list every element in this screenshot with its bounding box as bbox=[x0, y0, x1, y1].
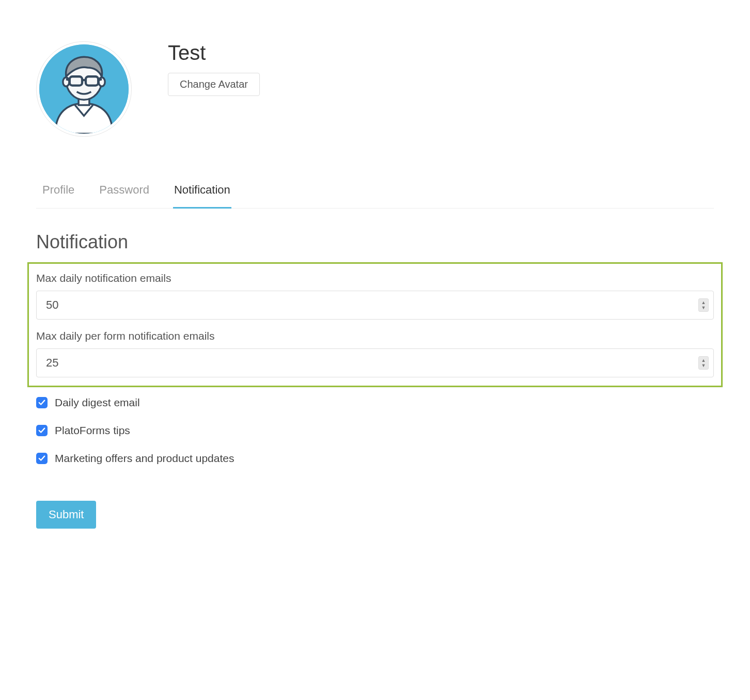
user-meta: Test Change Avatar bbox=[168, 41, 260, 96]
check-icon bbox=[38, 455, 45, 462]
checkbox-label: Daily digest email bbox=[55, 396, 140, 409]
field-max-daily-per-form: Max daily per form notification emails ▲… bbox=[36, 330, 714, 377]
settings-page: Test Change Avatar Profile Password Noti… bbox=[0, 0, 750, 591]
checkbox-row-marketing: Marketing offers and product updates bbox=[36, 452, 714, 465]
chevron-down-icon: ▼ bbox=[701, 306, 706, 310]
checkbox-label: PlatoForms tips bbox=[55, 424, 130, 437]
submit-button[interactable]: Submit bbox=[36, 501, 96, 529]
user-name: Test bbox=[168, 41, 260, 65]
stepper-icon[interactable]: ▲ ▼ bbox=[698, 298, 709, 312]
tab-password[interactable]: Password bbox=[98, 183, 150, 209]
section-title: Notification bbox=[36, 231, 714, 253]
stepper-icon[interactable]: ▲ ▼ bbox=[698, 356, 709, 370]
svg-line-8 bbox=[66, 79, 70, 80]
check-icon bbox=[38, 427, 45, 434]
avatar-person-icon bbox=[39, 44, 129, 134]
highlighted-fields-box: Max daily notification emails ▲ ▼ Max da… bbox=[27, 262, 723, 387]
max-daily-label: Max daily notification emails bbox=[36, 272, 714, 284]
avatar[interactable] bbox=[39, 44, 129, 134]
checkbox-group: Daily digest email PlatoForms tips Marke… bbox=[36, 396, 714, 465]
change-avatar-button[interactable]: Change Avatar bbox=[168, 73, 260, 96]
max-daily-per-form-label: Max daily per form notification emails bbox=[36, 330, 714, 342]
profile-header: Test Change Avatar bbox=[36, 41, 714, 137]
max-daily-per-form-input[interactable] bbox=[36, 348, 714, 377]
tabs: Profile Password Notification bbox=[36, 183, 714, 209]
max-daily-per-form-input-wrap: ▲ ▼ bbox=[36, 348, 714, 377]
checkbox-tips[interactable] bbox=[36, 425, 48, 436]
checkbox-row-daily-digest: Daily digest email bbox=[36, 396, 714, 409]
avatar-container bbox=[36, 41, 132, 137]
chevron-down-icon: ▼ bbox=[701, 363, 706, 368]
tab-profile[interactable]: Profile bbox=[41, 183, 75, 209]
tab-notification[interactable]: Notification bbox=[173, 183, 231, 209]
field-max-daily: Max daily notification emails ▲ ▼ bbox=[36, 272, 714, 320]
max-daily-input[interactable] bbox=[36, 291, 714, 320]
max-daily-input-wrap: ▲ ▼ bbox=[36, 291, 714, 320]
svg-line-9 bbox=[98, 79, 102, 80]
checkbox-label: Marketing offers and product updates bbox=[55, 452, 235, 465]
checkbox-marketing[interactable] bbox=[36, 453, 48, 464]
chevron-up-icon: ▲ bbox=[701, 300, 706, 305]
check-icon bbox=[38, 399, 45, 406]
checkbox-row-tips: PlatoForms tips bbox=[36, 424, 714, 437]
chevron-up-icon: ▲ bbox=[701, 358, 706, 363]
checkbox-daily-digest[interactable] bbox=[36, 397, 48, 408]
